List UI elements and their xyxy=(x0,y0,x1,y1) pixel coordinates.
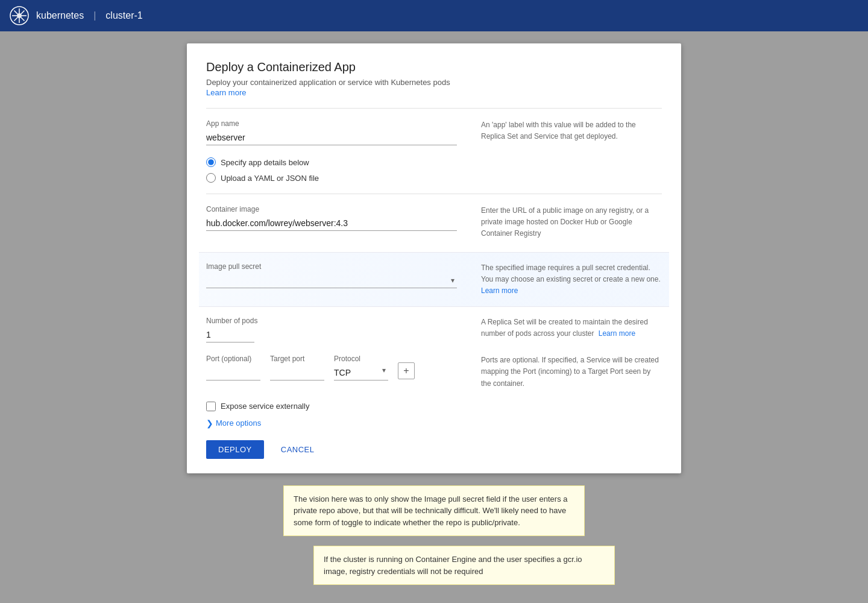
pull-secret-select[interactable] xyxy=(206,273,457,288)
target-port-label: Target port xyxy=(270,355,324,363)
learn-more-link-1[interactable]: Learn more xyxy=(206,88,246,97)
container-image-help-text: Enter the URL of a public image on any r… xyxy=(481,205,662,240)
topbar: kubernetes | cluster-1 xyxy=(0,0,868,31)
app-name-help-text: An 'app' label with this value will be a… xyxy=(481,119,662,142)
expose-service-checkbox[interactable] xyxy=(206,402,216,411)
pull-secret-section: Image pull secret ▾ The specified image … xyxy=(199,252,669,308)
deploy-dialog: Deploy a Containerized App Deploy your c… xyxy=(187,43,681,473)
more-options-label: More options xyxy=(216,418,261,428)
pull-secret-select-wrapper: ▾ xyxy=(206,273,457,288)
expose-service-label: Expose service externally xyxy=(221,402,309,411)
divider-2 xyxy=(206,194,662,194)
target-port-field: Target port xyxy=(270,355,324,380)
note-text-1: The vision here was to only show the Ima… xyxy=(294,494,568,527)
pods-left: Number of pods xyxy=(206,317,471,343)
protocol-select[interactable]: TCP UDP xyxy=(334,365,388,380)
note-box-2: If the cluster is running on Container E… xyxy=(313,546,615,585)
source-radio-group: Specify app details below Upload a YAML … xyxy=(206,157,662,183)
pods-input[interactable] xyxy=(206,327,254,343)
port-fields: Port (optional) Target port Protocol TCP… xyxy=(206,355,457,380)
protocol-label: Protocol xyxy=(334,355,388,363)
pods-label: Number of pods xyxy=(206,317,457,325)
target-port-input[interactable] xyxy=(270,365,324,380)
pull-secret-left: Image pull secret ▾ xyxy=(206,262,471,297)
svg-line-6 xyxy=(14,11,18,14)
main-area: Deploy a Containerized App Deploy your c… xyxy=(0,31,868,603)
note-text-2: If the cluster is running on Container E… xyxy=(324,555,582,576)
radio-upload-label: Upload a YAML or JSON file xyxy=(221,174,319,183)
svg-line-9 xyxy=(14,17,18,21)
note-box-1: The vision here was to only show the Ima… xyxy=(283,485,585,537)
add-port-button[interactable]: + xyxy=(398,362,415,379)
port-row-outer: Port (optional) Target port Protocol TCP… xyxy=(206,355,662,390)
svg-point-1 xyxy=(17,13,22,18)
deploy-button[interactable]: DEPLOY xyxy=(206,440,264,459)
chevron-down-icon: ❯ xyxy=(206,418,213,428)
app-name-help: An 'app' label with this value will be a… xyxy=(471,119,662,145)
dialog-subtitle: Deploy your containerized application or… xyxy=(206,78,662,87)
container-image-label: Container image xyxy=(206,205,457,213)
title-separator: | xyxy=(93,10,96,21)
cancel-button[interactable]: CANCEL xyxy=(271,440,324,459)
pull-secret-help: The specified image requires a pull secr… xyxy=(471,262,662,297)
divider-1 xyxy=(206,108,662,109)
container-image-row: Container image Enter the URL of a publi… xyxy=(206,205,662,240)
radio-specify-input[interactable] xyxy=(206,157,216,167)
port-left: Port (optional) Target port Protocol TCP… xyxy=(206,355,471,390)
container-image-left: Container image xyxy=(206,205,471,240)
expose-service-row: Expose service externally xyxy=(206,402,662,411)
port-help: Ports are optional. If specified, a Serv… xyxy=(471,355,662,390)
dialog-title: Deploy a Containerized App xyxy=(206,60,662,74)
app-name-left: App name xyxy=(206,119,471,145)
notes-area: The vision here was to only show the Ima… xyxy=(12,485,856,586)
more-options-row: ❯ More options xyxy=(206,418,662,428)
container-image-input[interactable] xyxy=(206,216,457,231)
radio-upload[interactable]: Upload a YAML or JSON file xyxy=(206,173,662,183)
svg-line-8 xyxy=(21,11,25,14)
port-help-text: Ports are optional. If specified, a Serv… xyxy=(481,355,662,390)
action-buttons: DEPLOY CANCEL xyxy=(206,440,662,459)
radio-specify-label: Specify app details below xyxy=(221,158,309,167)
svg-line-7 xyxy=(21,17,25,21)
pull-secret-row: Image pull secret ▾ The specified image … xyxy=(206,262,662,297)
app-name-input[interactable] xyxy=(206,130,457,145)
more-options-link[interactable]: ❯ More options xyxy=(206,418,662,428)
port-field: Port (optional) xyxy=(206,355,260,380)
app-title: kubernetes xyxy=(36,10,84,21)
port-label: Port (optional) xyxy=(206,355,260,363)
app-name-label: App name xyxy=(206,119,457,128)
protocol-field: Protocol TCP UDP ▾ xyxy=(334,355,388,380)
radio-specify[interactable]: Specify app details below xyxy=(206,157,662,167)
pods-learn-more[interactable]: Learn more xyxy=(599,329,635,338)
pull-secret-label: Image pull secret xyxy=(206,262,457,271)
radio-upload-input[interactable] xyxy=(206,173,216,183)
port-input[interactable] xyxy=(206,365,260,380)
pods-help: A Replica Set will be created to maintai… xyxy=(471,317,662,343)
pull-secret-help-text: The specified image requires a pull secr… xyxy=(481,262,662,285)
container-image-help: Enter the URL of a public image on any r… xyxy=(471,205,662,240)
pull-secret-learn-more[interactable]: Learn more xyxy=(481,286,518,295)
app-name-row: App name An 'app' label with this value … xyxy=(206,119,662,145)
cluster-name: cluster-1 xyxy=(105,10,142,21)
kubernetes-logo xyxy=(10,6,29,25)
pods-row: Number of pods A Replica Set will be cre… xyxy=(206,317,662,343)
